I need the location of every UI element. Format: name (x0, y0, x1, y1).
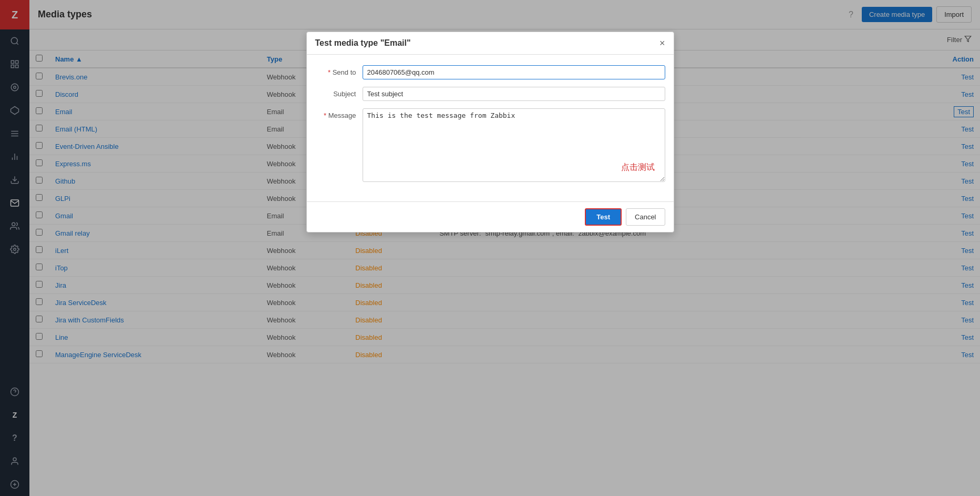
message-control: 点击测试 (363, 108, 665, 184)
send-to-input[interactable] (363, 65, 665, 79)
send-to-label: * Send to (315, 65, 363, 76)
subject-control (363, 87, 665, 101)
message-required-mark: * (324, 112, 326, 119)
message-label: * Message (315, 108, 363, 119)
dialog-overlay: Test media type "Email" × * Send to Subj… (0, 0, 980, 496)
message-textarea[interactable] (363, 108, 665, 182)
required-mark: * (328, 68, 331, 76)
subject-row: Subject (315, 87, 665, 101)
dialog-body: * Send to Subject * Message (307, 55, 674, 201)
test-button[interactable]: Test (585, 208, 622, 226)
chinese-label: 点击测试 (621, 162, 655, 173)
dialog-title: Test media type "Email" (315, 38, 411, 48)
send-to-row: * Send to (315, 65, 665, 79)
message-row: * Message 点击测试 (315, 108, 665, 184)
dialog-close-button[interactable]: × (659, 38, 665, 48)
subject-input[interactable] (363, 87, 665, 101)
send-to-control (363, 65, 665, 79)
subject-label: Subject (315, 87, 363, 98)
dialog-header: Test media type "Email" × (307, 32, 674, 55)
test-email-dialog: Test media type "Email" × * Send to Subj… (306, 32, 674, 232)
cancel-button[interactable]: Cancel (626, 208, 665, 226)
dialog-footer: Test Cancel (307, 201, 674, 232)
